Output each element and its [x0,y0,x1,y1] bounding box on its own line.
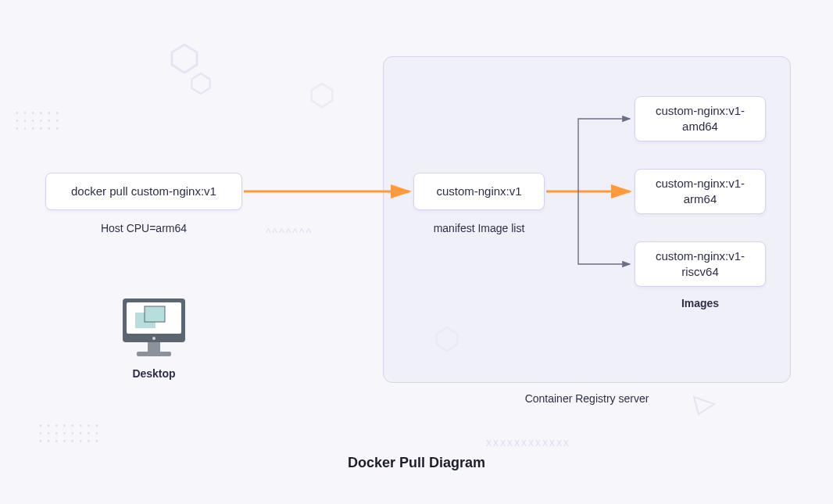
svg-rect-10 [137,352,171,356]
hexagon-decor [191,72,211,95]
zigzag-decor: ^^^^^^^ [266,227,313,239]
svg-marker-1 [191,73,209,94]
image-text: custom-nginx:v1-arm64 [651,176,749,208]
image-node-riscv64: custom-nginx:v1-riscv64 [635,241,766,287]
desktop-icon: Desktop [113,295,195,380]
command-text: docker pull custom-nginx:v1 [71,184,216,199]
host-cpu-label: Host CPU=arm64 [45,222,242,234]
svg-point-11 [152,337,156,340]
dots-decor: • • • • • • • •• • • • • • • •• • • • • … [39,422,99,445]
image-node-amd64: custom-nginx:v1-amd64 [635,96,766,141]
images-label: Images [635,297,766,309]
image-text: custom-nginx:v1-riscv64 [651,248,749,281]
svg-rect-9 [148,342,160,352]
registry-label: Container Registry server [383,392,791,405]
dots-decor: • • • • • •• • • • • •• • • • • • [16,109,60,133]
manifest-node: custom-nginx:v1 [413,173,545,210]
manifest-label: manifest Image list [413,222,545,234]
hexagon-decor [170,43,198,74]
svg-marker-2 [312,84,333,107]
image-text: custom-nginx:v1-amd64 [651,103,749,135]
manifest-text: custom-nginx:v1 [436,184,521,199]
zigzag-decor: xxxxxxxxxxxx [486,436,570,449]
image-node-arm64: custom-nginx:v1-arm64 [635,169,766,214]
command-node: docker pull custom-nginx:v1 [45,173,242,210]
diagram-canvas: • • • • • •• • • • • •• • • • • • ^^^^^^… [0,0,833,504]
hexagon-decor [310,82,334,109]
svg-marker-0 [172,45,197,73]
svg-rect-8 [145,306,165,322]
diagram-title: Docker Pull Diagram [0,455,833,471]
desktop-label: Desktop [113,367,195,380]
